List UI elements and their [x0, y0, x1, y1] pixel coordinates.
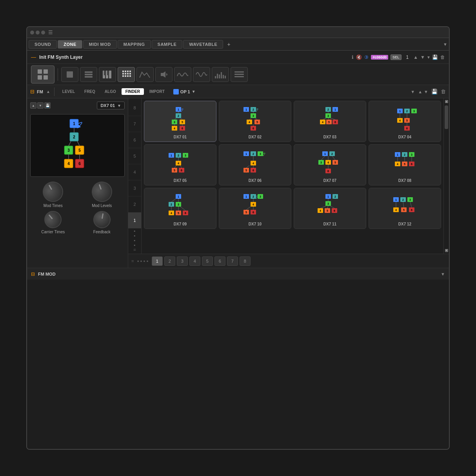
svg-text:4: 4 [395, 209, 397, 211]
algo-card-11[interactable]: 1 2 3 4 5 [294, 188, 366, 229]
algo-card-09[interactable]: 1 2 3 4 [144, 188, 216, 229]
sel-badge[interactable]: SEL [391, 55, 402, 60]
mod-times-knob[interactable] [39, 178, 67, 205]
svg-text:3: 3 [67, 148, 70, 153]
svg-rect-6 [85, 74, 93, 75]
page-btn-2[interactable]: 2 [164, 256, 175, 266]
svg-text:3: 3 [178, 203, 179, 206]
toolbar-save[interactable]: 💾 [431, 89, 438, 94]
page-btn-1[interactable]: 1 [152, 256, 163, 266]
down-icon[interactable]: ▾ [427, 55, 430, 60]
arrow-up-btn[interactable]: ▲ [30, 102, 36, 109]
op-dropdown[interactable]: OP 1 ▼ [173, 89, 196, 94]
abs-badge[interactable]: #c060d0 [371, 55, 388, 60]
number-3-icon: ③ [364, 55, 369, 60]
carrier-times-knob[interactable] [41, 207, 65, 232]
svg-text:5: 5 [328, 121, 330, 124]
info-icon[interactable]: ℹ [352, 55, 354, 60]
page-btn-4[interactable]: 4 [189, 256, 200, 266]
tab-zone[interactable]: ZONE [58, 40, 82, 49]
svg-line-193 [180, 207, 185, 211]
svg-text:2: 2 [253, 153, 254, 155]
speaker-btn[interactable] [155, 67, 173, 82]
algo-card-07[interactable]: 1 2 3 4 5 [294, 144, 366, 185]
svg-text:4: 4 [397, 163, 398, 165]
delete-icon[interactable]: 🗑 [440, 55, 445, 60]
tab-sample[interactable]: SAMPLE [152, 40, 183, 49]
fm-mod-collapse[interactable]: ⊟ [31, 271, 35, 277]
page-btn-3[interactable]: 3 [177, 256, 188, 266]
algo-arrows: ▲ ▼ 💾 [30, 102, 51, 109]
algo-card-10[interactable]: 1 2 3 4 5 [219, 188, 291, 229]
algo-card-02[interactable]: 1 2 3 4 5 [219, 101, 291, 142]
feedback-knob-item: Feedback [79, 211, 125, 234]
num-4: 4 [128, 164, 141, 180]
svg-text:3: 3 [327, 114, 329, 117]
menu-icon[interactable]: ☰ [48, 29, 53, 35]
num-1[interactable]: 1 [128, 213, 141, 229]
subtab-import[interactable]: IMPORT [145, 88, 169, 95]
env-btn[interactable] [136, 67, 154, 82]
scrollbar[interactable]: ▲ ▼ [443, 98, 449, 254]
svg-text:3: 3 [320, 161, 322, 164]
algo-card-12[interactable]: 1 2 3 4 5 [369, 188, 441, 229]
tab-add[interactable]: + [224, 40, 233, 49]
inst-number: 1 [406, 55, 409, 60]
algo-selector[interactable]: DX7 01 ▼ [97, 102, 125, 109]
bars-view-btn[interactable] [80, 67, 97, 82]
matrix-btn[interactable] [118, 67, 135, 82]
tab-wavetable[interactable]: WAVETABLE [183, 40, 223, 49]
subtab-level[interactable]: LEVEL [58, 88, 79, 95]
arrow-down-icon[interactable]: ▼ [420, 55, 425, 60]
grid-view-btn[interactable] [31, 65, 55, 84]
dropdown-arrow[interactable]: ▼ [443, 42, 447, 47]
svg-rect-24 [129, 75, 131, 77]
svg-text:4: 4 [399, 119, 401, 122]
speaker-icon[interactable]: 🔇 [356, 55, 362, 60]
mod-levels-knob[interactable] [89, 179, 115, 205]
svg-text:3: 3 [253, 114, 254, 117]
algo-card-08[interactable]: 1 2 3 4 5 [369, 144, 441, 185]
subtab-algo[interactable]: ALGO [101, 88, 120, 95]
svg-text:6: 6 [411, 209, 412, 211]
svg-text:1: 1 [397, 153, 398, 156]
subtab-finder[interactable]: FINDER [122, 88, 144, 95]
algo-card-03[interactable]: 1 2 3 4 5 [294, 101, 366, 142]
fm-expand[interactable]: ▲ [46, 89, 50, 94]
toolbar-dropdown-arrow[interactable]: ▼ [411, 89, 415, 94]
save-icon[interactable]: 💾 [432, 55, 438, 60]
page-btn-5[interactable]: 5 [202, 256, 213, 266]
svg-rect-32 [234, 71, 244, 73]
toolbar-delete[interactable]: 🗑 [441, 89, 446, 94]
fm-mod-dropdown[interactable]: ▼ [441, 272, 445, 276]
piano-btn[interactable] [99, 67, 116, 82]
list-btn[interactable] [231, 67, 248, 82]
save-btn[interactable]: 💾 [44, 102, 51, 109]
algo-card-04[interactable]: 1 2 3 4 5 [369, 101, 441, 142]
instrument-name: Init FM Synth Layer [39, 55, 349, 60]
wave-btn[interactable] [193, 67, 210, 82]
tab-mapping[interactable]: MAPPING [118, 40, 151, 49]
algo-card-01[interactable]: 1 2 3 5 [144, 101, 216, 142]
tab-midimod[interactable]: MIDI MOD [83, 40, 117, 49]
subtab-freq[interactable]: FREQ [80, 88, 99, 95]
spectrum-btn[interactable] [212, 67, 229, 82]
page-btn-7[interactable]: 7 [227, 256, 238, 266]
toolbar-up-arrow[interactable]: ▲ [418, 89, 422, 94]
arrow-down-btn[interactable]: ▼ [37, 102, 44, 109]
single-view-btn[interactable] [61, 67, 78, 82]
svg-text:1: 1 [245, 153, 247, 155]
arrow-up-icon[interactable]: ▲ [413, 55, 418, 60]
tab-sound[interactable]: SOUND [29, 40, 57, 49]
algo-card-06[interactable]: 1 2 3 4 5 [219, 144, 291, 185]
svg-text:5: 5 [245, 169, 247, 172]
page-btn-8[interactable]: 8 [240, 256, 251, 266]
feedback-knob[interactable] [92, 210, 112, 230]
svg-text:2: 2 [178, 154, 179, 157]
lfo-btn[interactable] [174, 67, 191, 82]
svg-text:4: 4 [249, 121, 250, 124]
toolbar-down-arrow[interactable]: ▼ [424, 89, 428, 94]
algo-card-05[interactable]: 1 2 3 4 5 [144, 144, 216, 185]
page-btn-6[interactable]: 6 [214, 256, 225, 266]
scroll-thumb[interactable] [445, 105, 448, 129]
